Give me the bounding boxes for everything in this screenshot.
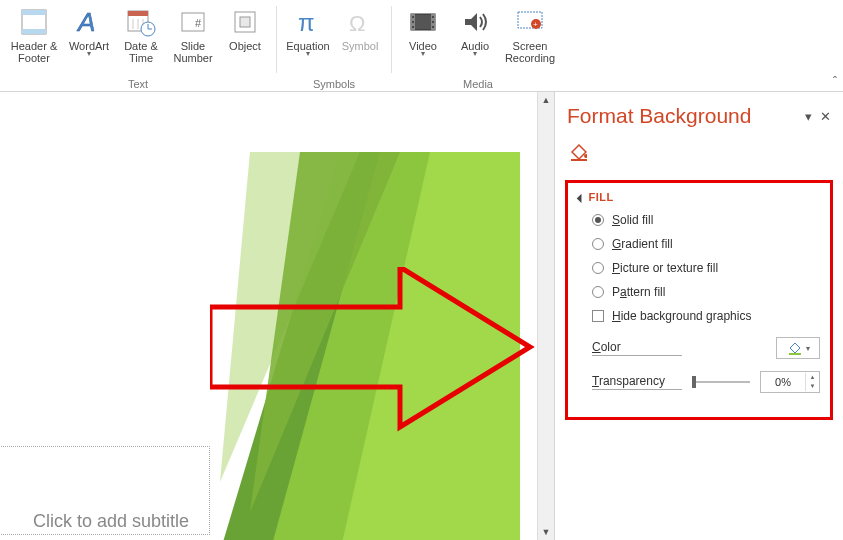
group-label-media: Media [463, 78, 493, 92]
subtitle-text: Click to add subtitle [0, 511, 199, 532]
svg-point-24 [432, 16, 434, 18]
radio-icon [592, 214, 604, 226]
svg-rect-38 [789, 353, 801, 355]
solid-fill-label: olid fill [620, 213, 653, 227]
object-icon [229, 6, 261, 38]
object-button[interactable]: Object [220, 4, 270, 68]
pattern-fill-label: ttern fill [627, 285, 666, 299]
symbol-button: Ω Symbol [335, 4, 385, 68]
wordart-button[interactable]: A WordArt▾ [64, 4, 114, 68]
svg-rect-5 [128, 11, 148, 16]
fill-section-header[interactable]: FILL [578, 191, 820, 203]
pane-options-button[interactable]: ▾ [805, 109, 812, 124]
title-text: add title [0, 453, 199, 503]
dropdown-icon: ▾ [286, 50, 329, 59]
slider-thumb[interactable] [692, 376, 696, 388]
ribbon-group-text: Header & Footer A WordArt▾ Date & Time #… [0, 0, 276, 92]
screen-recording-button[interactable]: + Screen Recording [502, 4, 558, 68]
fill-section-label: FILL [589, 191, 614, 203]
transparency-spinner[interactable]: 0% ▲ ▼ [760, 371, 820, 393]
video-button[interactable]: Video▾ [398, 4, 448, 68]
radio-icon [592, 262, 604, 274]
equation-button[interactable]: π Equation▾ [283, 4, 333, 68]
slide-number-button[interactable]: # Slide Number [168, 4, 218, 68]
equation-icon: π [292, 6, 324, 38]
pane-close-button[interactable]: ✕ [820, 109, 831, 124]
svg-text:A: A [76, 7, 95, 37]
header-footer-icon [18, 6, 50, 38]
paint-bucket-icon [787, 340, 803, 356]
svg-rect-1 [22, 10, 46, 15]
date-time-label: Date & Time [118, 40, 164, 66]
gradient-fill-radio[interactable]: Gradient fill [592, 237, 820, 251]
spinner-up-icon[interactable]: ▲ [806, 373, 819, 382]
solid-fill-radio[interactable]: Solid fill [592, 213, 820, 227]
spinner-down-icon[interactable]: ▼ [806, 382, 819, 391]
scroll-down-icon[interactable]: ▼ [539, 524, 554, 540]
slide-canvas[interactable]: add title Click to add subtitle [0, 152, 520, 540]
fill-section: FILL Solid fill Gradient fill Picture or… [565, 180, 833, 420]
svg-rect-15 [240, 17, 250, 27]
audio-button[interactable]: Audio▾ [450, 4, 500, 68]
pattern-fill-radio[interactable]: Pattern fill [592, 285, 820, 299]
format-background-pane: Format Background ▾ ✕ FILL Solid fill [555, 92, 843, 540]
ribbon-group-symbols: π Equation▾ Ω Symbol Symbols [277, 0, 391, 92]
hide-bg-label: ide background graphics [621, 309, 752, 323]
slide-number-label: Slide Number [170, 40, 216, 66]
video-icon [407, 6, 439, 38]
date-time-icon [125, 6, 157, 38]
dropdown-icon: ▾ [806, 344, 810, 353]
ribbon-group-media: Video▾ Audio▾ + Screen Recording Media [392, 0, 564, 92]
scroll-up-icon[interactable]: ▲ [539, 92, 554, 108]
vertical-scrollbar[interactable]: ▲ ▼ [537, 92, 554, 540]
dropdown-icon: ▾ [409, 50, 437, 59]
main-area: add title Click to add subtitle ▲ ▼ Form… [0, 92, 843, 540]
transparency-slider[interactable] [692, 381, 750, 383]
svg-point-21 [412, 16, 414, 18]
svg-point-22 [412, 21, 414, 23]
dropdown-icon: ▾ [461, 50, 489, 59]
slide-background-graphic [220, 152, 520, 540]
picture-fill-label: icture or texture fill [620, 261, 718, 275]
date-time-button[interactable]: Date & Time [116, 4, 166, 68]
slide-editor: add title Click to add subtitle ▲ ▼ [0, 92, 555, 540]
svg-text:π: π [298, 9, 315, 36]
wordart-icon: A [73, 6, 105, 38]
radio-icon [592, 238, 604, 250]
header-footer-button[interactable]: Header & Footer [6, 4, 62, 68]
checkbox-icon [592, 310, 604, 322]
gradient-fill-label: radient fill [621, 237, 672, 251]
svg-point-26 [432, 26, 434, 28]
object-label: Object [229, 40, 261, 66]
svg-point-25 [432, 21, 434, 23]
audio-icon [459, 6, 491, 38]
slide-number-icon: # [177, 6, 209, 38]
svg-text:Ω: Ω [349, 11, 365, 36]
fill-bucket-icon[interactable] [567, 142, 587, 162]
symbol-icon: Ω [344, 6, 376, 38]
svg-text:+: + [533, 20, 538, 29]
dropdown-icon: ▾ [69, 50, 109, 59]
svg-rect-2 [22, 29, 46, 34]
svg-marker-27 [465, 13, 477, 31]
symbol-label: Symbol [342, 40, 379, 66]
color-label: olor [601, 340, 621, 354]
title-placeholder[interactable]: add title Click to add subtitle [0, 446, 210, 535]
color-picker-button[interactable]: ▾ [776, 337, 820, 359]
screen-recording-icon: + [514, 6, 546, 38]
picture-fill-radio[interactable]: Picture or texture fill [592, 261, 820, 275]
transparency-label: ransparency [599, 374, 665, 388]
svg-point-23 [412, 26, 414, 28]
header-footer-label: Header & Footer [8, 40, 60, 66]
screen-recording-label: Screen Recording [504, 40, 556, 66]
ribbon-collapse-button[interactable]: ˆ [833, 75, 837, 89]
group-label-text: Text [128, 78, 148, 92]
ribbon: Header & Footer A WordArt▾ Date & Time #… [0, 0, 843, 92]
pane-title: Format Background [567, 104, 751, 128]
group-label-symbols: Symbols [313, 78, 355, 92]
radio-icon [592, 286, 604, 298]
hide-bg-graphics-checkbox[interactable]: Hide background graphics [592, 309, 820, 323]
svg-text:#: # [195, 17, 202, 29]
transparency-value: 0% [761, 376, 805, 388]
